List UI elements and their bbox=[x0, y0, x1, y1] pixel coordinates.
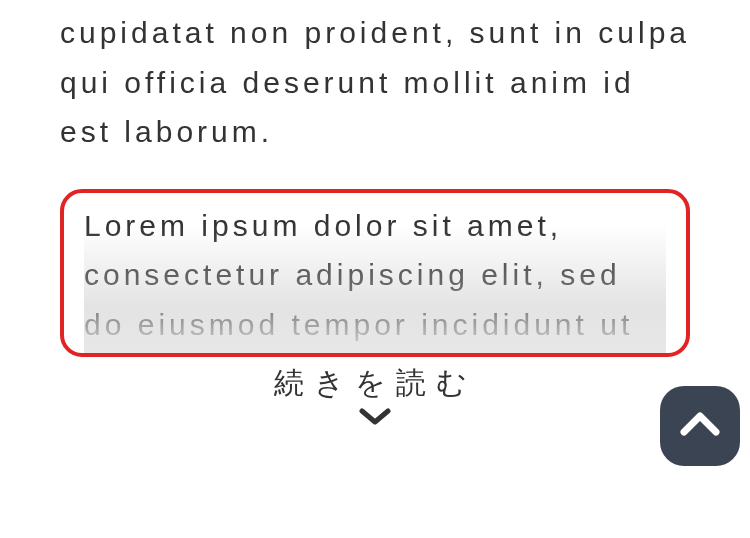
chevron-up-icon bbox=[678, 410, 722, 442]
scroll-to-top-button[interactable] bbox=[660, 386, 740, 466]
collapsed-preview-text: Lorem ipsum dolor sit amet, consectetur … bbox=[84, 201, 666, 350]
read-more-button[interactable]: 続きを読む bbox=[274, 363, 477, 404]
paragraph-top: cupidatat non proident, sunt in culpa qu… bbox=[60, 8, 690, 157]
collapsed-text-container: Lorem ipsum dolor sit amet, consectetur … bbox=[84, 201, 666, 353]
highlight-box: Lorem ipsum dolor sit amet, consectetur … bbox=[60, 189, 690, 357]
chevron-down-icon[interactable] bbox=[359, 408, 391, 432]
